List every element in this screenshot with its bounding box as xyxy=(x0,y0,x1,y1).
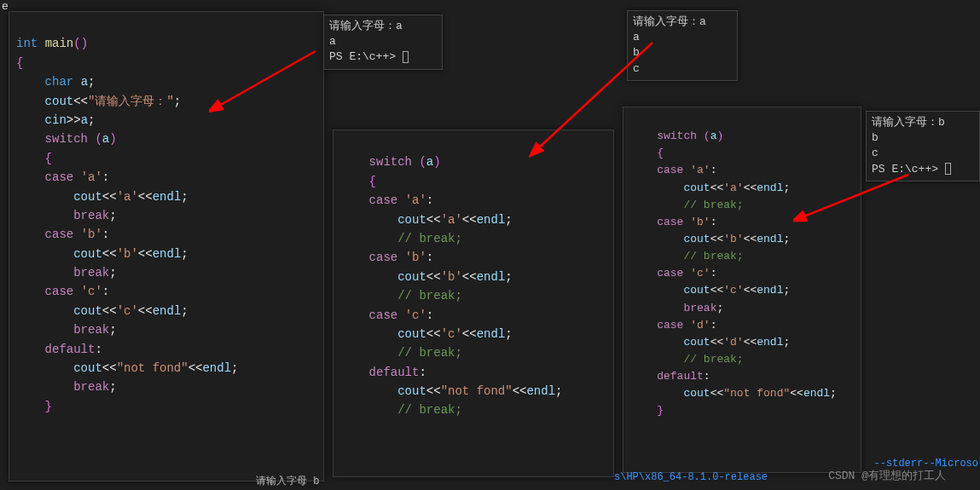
code-token: cout xyxy=(683,182,710,194)
code-token: case xyxy=(657,216,683,228)
code-token: endl xyxy=(803,387,830,400)
code-token: default xyxy=(45,343,96,356)
code-token: << xyxy=(138,247,153,261)
terminal-2: 请输入字母：a a b c xyxy=(627,10,738,81)
code-token: ; xyxy=(783,233,790,245)
code-token: ; xyxy=(783,336,790,349)
code-comment: // break; xyxy=(683,250,743,262)
code-token: endl xyxy=(757,182,783,194)
code-comment: // break; xyxy=(683,199,743,211)
code-token: endl xyxy=(757,284,783,297)
code-token: case xyxy=(369,251,398,264)
term-line: 请输入字母：a xyxy=(329,19,437,34)
code-token: << xyxy=(73,95,88,108)
truncated-text: 请输入字母 b xyxy=(256,474,319,488)
code-token: ; xyxy=(181,247,188,261)
term-line: b xyxy=(633,45,732,61)
code-token: "not fond" xyxy=(441,384,513,398)
code-token: { xyxy=(16,56,23,70)
code-token: 'b' xyxy=(723,233,743,245)
cursor-icon xyxy=(945,163,951,175)
code-token: : xyxy=(710,216,717,228)
code-pane-1: int main() { char a; cout<<"请输入字母："; cin… xyxy=(9,11,324,481)
code-token: ; xyxy=(109,380,116,394)
code-token: << xyxy=(426,213,441,227)
code-token: default xyxy=(657,370,704,383)
code-token: endl xyxy=(477,213,506,227)
code-token: { xyxy=(657,147,664,159)
code-token: cout xyxy=(683,284,710,297)
code-token: "not fond" xyxy=(117,361,188,375)
code-token: << xyxy=(710,182,724,194)
code-token: cout xyxy=(45,95,74,108)
code-token: ; xyxy=(783,284,790,297)
code-token: cout xyxy=(683,233,710,245)
code-token: 'c' xyxy=(405,308,426,322)
code-token: ) xyxy=(716,130,723,142)
code-token: case xyxy=(657,319,683,331)
term-line: a xyxy=(329,34,437,49)
code-token: << xyxy=(102,361,117,375)
code-token: a xyxy=(81,113,88,127)
code-token: cout xyxy=(73,247,102,261)
code-token: ; xyxy=(231,361,238,375)
code-token: cout xyxy=(397,327,426,341)
cursor-icon xyxy=(403,51,409,63)
code-token: << xyxy=(710,284,724,297)
status-text: s\HP\x86_64-8.1.0-release xyxy=(614,471,768,483)
code-token: ; xyxy=(109,323,116,337)
code-token: << xyxy=(744,182,757,194)
code-token: switch xyxy=(369,155,412,169)
code-token: : xyxy=(102,228,109,241)
code-token: { xyxy=(369,175,376,188)
code-token: : xyxy=(95,343,101,356)
code-token: case xyxy=(45,285,74,298)
term-line: c xyxy=(872,146,974,161)
code-token: 'b' xyxy=(405,251,426,264)
code-token: "请输入字母：" xyxy=(88,95,174,108)
code-token: 'c' xyxy=(723,284,743,297)
code-token: 'b' xyxy=(81,228,102,241)
code-token: a xyxy=(102,132,109,146)
code-token: endl xyxy=(526,384,555,398)
code-token: endl xyxy=(153,304,182,318)
code-token: ; xyxy=(109,209,116,222)
code-token: << xyxy=(426,270,441,284)
code-comment: // break; xyxy=(397,232,462,245)
code-token: ; xyxy=(88,75,95,89)
code-token: ; xyxy=(505,213,512,227)
code-token: case xyxy=(657,267,683,280)
code-token: : xyxy=(704,370,710,383)
code-token: : xyxy=(426,308,433,322)
code-token: << xyxy=(462,213,477,227)
code-pane-3: switch (a) { case 'a': cout<<'a'<<endl; … xyxy=(623,107,861,473)
code-token: endl xyxy=(202,361,231,375)
code-comment: // break; xyxy=(683,353,743,366)
code-token: cout xyxy=(683,336,710,349)
code-token: int xyxy=(16,37,38,50)
code-token: endl xyxy=(757,233,783,245)
code-token: 'a' xyxy=(117,190,138,204)
code-token: break xyxy=(73,209,109,222)
term-line: b xyxy=(872,130,974,146)
code-token: ) xyxy=(109,132,116,146)
code-token: << xyxy=(710,336,724,349)
code-token: << xyxy=(790,387,803,400)
code-token: << xyxy=(102,304,117,318)
code-token: 'c' xyxy=(441,327,462,341)
top-left-char: e xyxy=(2,0,9,13)
code-token: ; xyxy=(555,384,562,398)
code-token: : xyxy=(426,193,433,207)
terminal-1: 请输入字母：a a PS E:\c++> xyxy=(323,14,443,70)
code-token: { xyxy=(45,152,52,165)
code-token: case xyxy=(369,193,398,207)
code-token: << xyxy=(102,190,117,204)
code-token: break xyxy=(683,302,716,314)
code-token: break xyxy=(73,266,109,280)
code-token: << xyxy=(710,233,724,245)
code-token: ( xyxy=(95,132,101,146)
code-token: << xyxy=(744,284,757,297)
code-token: 'a' xyxy=(81,170,102,184)
code-token: endl xyxy=(477,270,506,284)
code-token: endl xyxy=(757,336,783,349)
